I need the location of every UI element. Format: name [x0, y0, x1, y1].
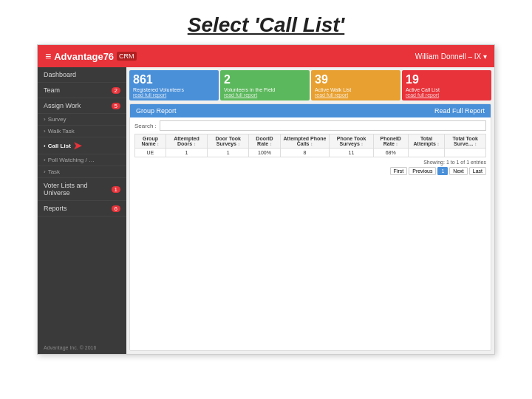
- search-label: Search :: [134, 123, 157, 129]
- sidebar-item-poll-watching[interactable]: › Poll Watching / …: [38, 154, 126, 166]
- chevron-icon: ›: [44, 143, 46, 149]
- content-area: 861 Registered Volunteers read full repo…: [126, 67, 494, 354]
- col-group-name[interactable]: Group Name ↕: [135, 134, 166, 149]
- search-row: Search :: [134, 120, 486, 131]
- search-input[interactable]: [160, 120, 486, 131]
- table-cell: [445, 149, 486, 157]
- sidebar-task-label: Task: [48, 168, 60, 175]
- showing-text: Showing: 1 to 1 of 1 entries: [134, 160, 486, 165]
- sidebar-calllist-label: Call List: [48, 143, 71, 149]
- stat-label-registered: Registered Volunteers: [133, 87, 215, 92]
- group-report-title: Group Report: [136, 107, 177, 115]
- table-cell: 1: [166, 149, 207, 157]
- sidebar-item-assign-work[interactable]: Assign Work 5: [38, 98, 126, 114]
- stat-card-registered: 861 Registered Volunteers read full repo…: [129, 70, 219, 100]
- table-cell: 8: [280, 149, 330, 157]
- stat-link-volunteers[interactable]: read full report: [224, 92, 306, 98]
- sidebar-item-voter-lists[interactable]: Voter Lists and Universe 1: [38, 178, 126, 201]
- sidebar-item-survey[interactable]: › Survey: [38, 114, 126, 126]
- group-report-header: Group Report Read Full Report: [130, 104, 491, 117]
- sidebar: Dashboard Team 2 Assign Work 5 › Survey …: [38, 67, 126, 354]
- read-full-report-link[interactable]: Read Full Report: [434, 107, 485, 115]
- sidebar-item-reports[interactable]: Reports 6: [38, 201, 126, 216]
- sidebar-reports-badge: 6: [112, 205, 120, 212]
- sidebar-assign-badge: 5: [112, 103, 120, 109]
- page-first-btn[interactable]: First: [390, 167, 408, 175]
- col-door-took[interactable]: Door Took Surveys ↕: [208, 134, 249, 149]
- stat-label-call-list: Active Call List: [406, 87, 488, 92]
- col-phone-rate[interactable]: PhoneID Rate ↕: [373, 134, 408, 149]
- table-cell: UE: [135, 149, 166, 157]
- app-container: ≡ Advantage76 CRM William Donnell – IX ▾…: [37, 44, 495, 355]
- col-total-attempts[interactable]: Total Attempts ↕: [408, 134, 445, 149]
- sidebar-item-team[interactable]: Team 2: [38, 83, 126, 98]
- table-row: UE11100%81168%: [135, 149, 486, 157]
- stat-card-call-list: 19 Active Call List read full report: [402, 70, 491, 100]
- table-cell: 68%: [373, 149, 408, 157]
- sidebar-team-label: Team: [44, 86, 60, 94]
- chevron-icon: ›: [44, 116, 46, 123]
- stat-number-call-list: 19: [406, 73, 488, 86]
- stat-number-registered: 861: [133, 73, 215, 86]
- user-info[interactable]: William Donnell – IX ▾: [415, 52, 487, 61]
- page-title: Select 'Call List': [0, 0, 532, 44]
- col-attempted-doors[interactable]: Attempted Doors ↕: [166, 134, 207, 149]
- group-report-panel: Group Report Read Full Report Search : G…: [129, 103, 491, 351]
- stat-link-call-list[interactable]: read full report: [406, 92, 488, 98]
- table-cell: 11: [330, 149, 373, 157]
- col-total-took[interactable]: Total Took Surve… ↕: [445, 134, 486, 149]
- stat-label-walk-list: Active Walk List: [315, 87, 397, 92]
- chevron-icon: ›: [44, 157, 46, 163]
- logo-crm: CRM: [117, 52, 137, 61]
- page-last-btn[interactable]: Last: [469, 167, 486, 175]
- sidebar-reports-label: Reports: [44, 205, 67, 212]
- col-attempted-calls[interactable]: Attempted Phone Calls ↕: [280, 134, 330, 149]
- sidebar-team-badge: 2: [112, 87, 120, 94]
- sidebar-item-walk-task[interactable]: › Walk Task: [38, 126, 126, 137]
- hamburger-icon[interactable]: ≡: [45, 50, 51, 62]
- stat-label-volunteers: Volunteers in the Field: [224, 87, 306, 92]
- sidebar-survey-label: Survey: [48, 116, 66, 123]
- sidebar-item-call-list[interactable]: › Call List ➤: [38, 137, 126, 154]
- pagination: First Previous 1 Next Last: [134, 167, 486, 175]
- sidebar-voter-badge: 1: [112, 186, 120, 193]
- sidebar-item-dashboard[interactable]: Dashboard: [38, 67, 126, 83]
- stat-number-walk-list: 39: [315, 73, 397, 86]
- chevron-icon: ›: [44, 128, 46, 134]
- sidebar-footer: Advantage Inc. © 2016: [38, 341, 126, 354]
- stat-card-volunteers: 2 Volunteers in the Field read full repo…: [220, 70, 310, 100]
- sidebar-item-task[interactable]: › Task: [38, 166, 126, 178]
- table-cell: 1: [208, 149, 249, 157]
- main-body: Dashboard Team 2 Assign Work 5 › Survey …: [38, 67, 494, 354]
- top-bar: ≡ Advantage76 CRM William Donnell – IX ▾: [38, 45, 494, 67]
- col-phone-took[interactable]: Phone Took Surveys ↕: [330, 134, 373, 149]
- sidebar-walk-label: Walk Task: [48, 128, 75, 134]
- logo-area: ≡ Advantage76 CRM: [45, 50, 137, 62]
- logo-text: Advantage76: [54, 51, 114, 62]
- arrow-right-icon: ➤: [73, 140, 82, 151]
- stat-link-walk-list[interactable]: read full report: [315, 92, 397, 98]
- group-report-body: Search : Group Name ↕ Attempted Doors ↕ …: [130, 117, 491, 350]
- page-next-btn[interactable]: Next: [449, 167, 467, 175]
- sidebar-dashboard-label: Dashboard: [44, 71, 76, 78]
- sidebar-poll-label: Poll Watching / …: [48, 157, 95, 163]
- page-prev-btn[interactable]: Previous: [409, 167, 436, 175]
- sidebar-assign-label: Assign Work: [44, 102, 81, 109]
- page-1-btn[interactable]: 1: [437, 167, 448, 175]
- chevron-icon: ›: [44, 168, 46, 175]
- table-cell: [408, 149, 445, 157]
- report-table: Group Name ↕ Attempted Doors ↕ Door Took…: [134, 134, 486, 157]
- table-cell: 100%: [249, 149, 280, 157]
- sidebar-voter-label: Voter Lists and Universe: [44, 182, 112, 197]
- stat-number-volunteers: 2: [224, 73, 306, 86]
- col-door-rate[interactable]: DoorID Rate ↕: [249, 134, 280, 149]
- stat-card-walk-list: 39 Active Walk List read full report: [311, 70, 400, 100]
- stats-row: 861 Registered Volunteers read full repo…: [126, 67, 494, 102]
- stat-link-registered[interactable]: read full report: [133, 92, 215, 98]
